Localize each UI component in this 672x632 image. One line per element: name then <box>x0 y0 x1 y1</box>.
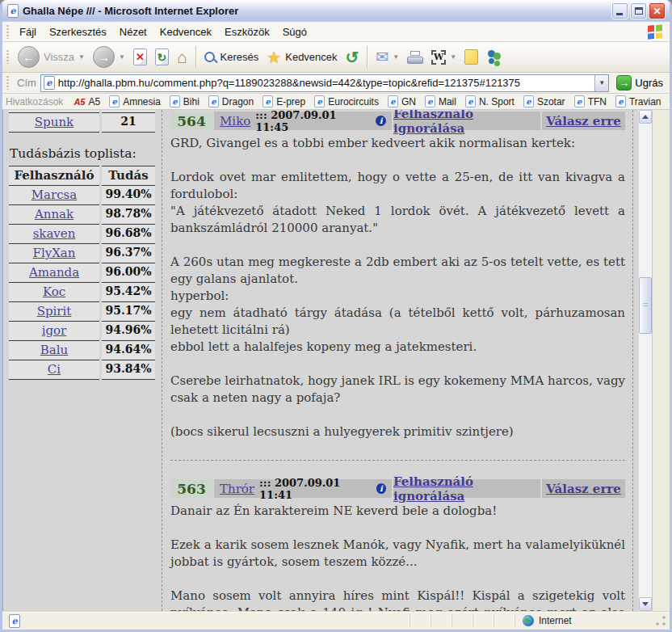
knowledge-value: 93.84% <box>102 360 155 380</box>
toolbar-grip[interactable] <box>6 50 9 64</box>
history-button[interactable]: ↺ <box>342 48 363 67</box>
post-paragraph: Cserebe leirhatnatok, hogy janek IRL is … <box>170 373 625 407</box>
user-link[interactable]: igor <box>42 323 67 338</box>
table-row: FlyXan 96.37% <box>9 243 162 263</box>
link-item-dragon[interactable]: e Dragon <box>208 95 254 107</box>
reply-link[interactable]: Válasz erre <box>546 114 620 129</box>
link-item-amnesia[interactable]: e Amnesia <box>109 95 161 107</box>
go-button[interactable]: → Ugrás <box>613 74 666 91</box>
user-link[interactable]: Koc <box>43 284 65 299</box>
link-item-szotar[interactable]: e Szotar <box>523 95 565 107</box>
mail-button[interactable]: ✉ ▼ <box>372 48 402 66</box>
table-row: Annak 98.78% <box>9 204 162 225</box>
edit-dropdown-icon[interactable]: ▼ <box>450 53 456 61</box>
menu-favorites[interactable]: Kedvencek <box>153 23 218 40</box>
close-button[interactable]: ✕ <box>649 2 666 19</box>
toolbar-grip[interactable] <box>6 76 9 90</box>
user-link[interactable]: FlyXan <box>33 246 76 260</box>
ignore-user-cell: Felhasználó ignorálása <box>393 112 540 130</box>
address-dropdown-button[interactable]: ▼ <box>594 75 608 91</box>
menu-help[interactable]: Súgó <box>276 23 313 40</box>
link-item-travian[interactable]: e Travian <box>615 95 662 107</box>
post-header: 564 Miko ::: 2007.09.01 11:45 i Felhaszn… <box>170 112 625 130</box>
post-author-link[interactable]: Thrór <box>220 482 254 496</box>
menu-file[interactable]: Fájl <box>13 23 43 40</box>
post-paragraph: Danair az Én karaktereim NE keverd bele … <box>170 503 625 520</box>
menu-tools[interactable]: Eszközök <box>218 23 276 40</box>
link-item-gn[interactable]: e GN <box>388 95 416 107</box>
post-author-link[interactable]: Miko <box>220 114 250 129</box>
refresh-button[interactable]: ↻ <box>152 47 172 67</box>
search-button[interactable]: Keresés <box>201 49 262 65</box>
info-icon[interactable]: i <box>376 116 386 126</box>
internet-globe-icon <box>523 615 534 626</box>
back-dropdown-icon[interactable]: ▼ <box>78 53 85 61</box>
window-inner-edge <box>652 110 670 611</box>
forward-button[interactable]: → ▼ <box>90 44 128 70</box>
reply-link[interactable]: Válasz erre <box>546 482 620 496</box>
vertical-scrollbar[interactable] <box>638 110 652 611</box>
status-bar: e Internet <box>2 611 670 630</box>
user-link[interactable]: Annak <box>35 207 74 221</box>
navigation-toolbar: ← Vissza ▼ → ▼ ✕ ↻ ⌂ Keresés ★ Kedvencek… <box>2 42 670 73</box>
knowledge-value: 94.64% <box>102 340 155 360</box>
link-label: TFN <box>588 96 607 107</box>
forum-post-563: 563 Thrór ::: 2007.09.01 11:41 i Felhasz… <box>170 479 625 611</box>
user-link[interactable]: Amanda <box>29 265 79 280</box>
mail-icon: ✉ <box>376 49 388 65</box>
reply-cell: Válasz erre <box>542 112 625 130</box>
stop-button[interactable]: ✕ <box>130 47 150 67</box>
back-arrow-icon: ← <box>18 46 40 68</box>
link-item-bihi[interactable]: e Bihi <box>170 95 200 107</box>
favorites-button[interactable]: ★ Kedvencek <box>263 48 340 67</box>
info-icon[interactable]: i <box>376 483 386 494</box>
ignore-user-link[interactable]: Felhasználó ignorálása <box>393 110 540 136</box>
maximize-button[interactable] <box>630 2 647 19</box>
back-button[interactable]: ← Vissza ▼ <box>15 44 88 70</box>
link-item-eprep[interactable]: e E-prep <box>262 95 305 107</box>
toolbar-grip[interactable] <box>6 25 9 39</box>
link-item-mail[interactable]: e Mail <box>425 95 456 107</box>
user-link[interactable]: Ci <box>48 362 61 377</box>
links-bar: Hivatkozások A5 A5 e Amnesia e Bihi e Dr… <box>2 94 670 110</box>
user-link[interactable]: Balu <box>40 343 68 357</box>
ie-favicon: e <box>208 95 219 107</box>
ignore-user-link[interactable]: Felhasználó ignorálása <box>393 474 540 503</box>
address-url[interactable]: http://ghalla.pbm.hu/comment.php?q=11890… <box>58 77 591 89</box>
reply-cell: Válasz erre <box>542 479 625 498</box>
address-input[interactable]: e http://ghalla.pbm.hu/comment.php?q=118… <box>40 74 609 92</box>
user-link[interactable]: Spirit <box>37 304 72 318</box>
link-item-nsport[interactable]: e N. Sport <box>465 95 514 107</box>
scroll-up-button[interactable] <box>639 110 652 124</box>
scrollbar-track[interactable] <box>639 124 652 597</box>
mail-dropdown-icon[interactable]: ▼ <box>393 53 399 61</box>
status-panel <box>430 614 452 627</box>
print-button[interactable] <box>404 49 426 65</box>
forward-dropdown-icon[interactable]: ▼ <box>119 53 125 61</box>
messenger-button[interactable] <box>483 48 507 67</box>
minimize-button[interactable] <box>611 2 628 19</box>
discuss-button[interactable] <box>461 48 481 66</box>
knowledge-value: 99.40% <box>102 185 155 205</box>
link-label: N. Sport <box>479 96 514 107</box>
link-item-a5[interactable]: A5 A5 <box>74 96 100 107</box>
scroll-down-button[interactable] <box>639 597 652 611</box>
ie-favicon: e <box>170 95 180 107</box>
home-icon: ⌂ <box>177 48 187 65</box>
title-bar: e Ghalla Népe /// - Microsoft Internet E… <box>2 0 670 22</box>
chevron-down-icon <box>642 602 649 606</box>
link-item-tfn[interactable]: e TFN <box>574 95 607 107</box>
ie-page-icon: e <box>44 76 55 90</box>
menu-edit[interactable]: Szerkesztés <box>43 23 113 40</box>
scrollbar-thumb[interactable] <box>639 277 652 334</box>
post-paragraph: Mano sosem volt annyira híres mint Kispá… <box>170 588 625 611</box>
stop-icon: ✕ <box>133 48 147 65</box>
user-link[interactable]: Marcsa <box>32 187 78 202</box>
link-item-eurocircuits[interactable]: e Eurocircuits <box>314 95 379 107</box>
edit-button[interactable]: W ▼ <box>428 48 460 66</box>
menu-view[interactable]: Nézet <box>113 23 153 40</box>
home-button[interactable]: ⌂ <box>174 47 191 67</box>
user-link[interactable]: skaven <box>33 226 76 241</box>
resize-grip[interactable] <box>655 615 667 627</box>
user-link[interactable]: Spunk <box>35 115 74 129</box>
